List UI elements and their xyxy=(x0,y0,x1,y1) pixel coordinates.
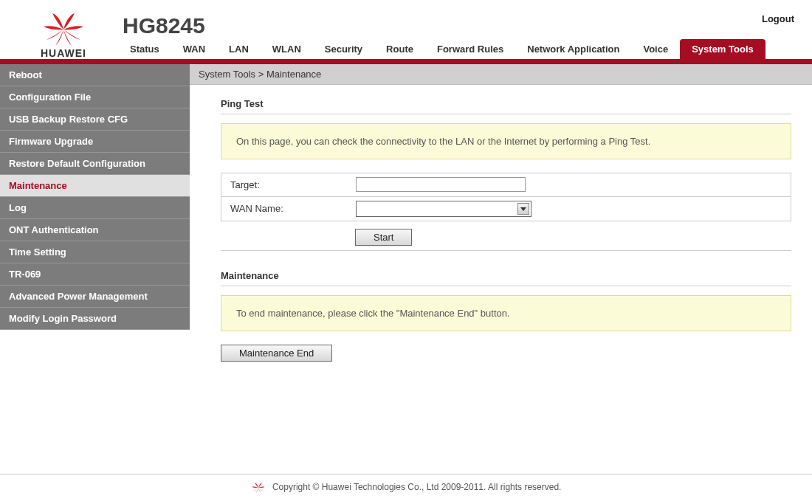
chevron-down-icon xyxy=(517,203,529,215)
nav-security[interactable]: Security xyxy=(313,39,374,59)
maintenance-info-box: To end maintenance, please click the "Ma… xyxy=(221,295,791,331)
target-row: Target: xyxy=(221,173,791,197)
sidebar-item-reboot[interactable]: Reboot xyxy=(0,64,190,86)
sidebar-item-ont-authentication[interactable]: ONT Authentication xyxy=(0,219,190,241)
maintenance-heading: Maintenance xyxy=(221,267,791,286)
nav-network-application[interactable]: Network Application xyxy=(515,39,631,59)
wan-control xyxy=(347,197,791,221)
sidebar-item-tr069[interactable]: TR-069 xyxy=(0,263,190,286)
huawei-footer-logo-icon xyxy=(251,482,266,494)
nav-route[interactable]: Route xyxy=(374,39,425,59)
sidebar-item-configuration-file[interactable]: Configuration File xyxy=(0,86,190,108)
header: HUAWEI HG8245 Logout Status WAN LAN WLAN… xyxy=(0,0,812,59)
sidebar-item-advanced-power[interactable]: Advanced Power Management xyxy=(0,286,190,308)
model-title: HG8245 xyxy=(123,13,205,38)
nav-forward-rules[interactable]: Forward Rules xyxy=(425,39,515,59)
wan-row: WAN Name: xyxy=(221,197,791,221)
sidebar-item-log[interactable]: Log xyxy=(0,197,190,219)
target-control xyxy=(347,173,791,196)
sidebar-item-modify-password[interactable]: Modify Login Password xyxy=(0,308,190,330)
top-nav: Status WAN LAN WLAN Security Route Forwa… xyxy=(118,38,800,59)
wan-select[interactable] xyxy=(356,201,531,217)
footer: Copyright © Huawei Technologies Co., Ltd… xyxy=(0,474,812,501)
nav-status[interactable]: Status xyxy=(118,39,171,59)
target-label: Target: xyxy=(221,173,347,196)
footer-text: Copyright © Huawei Technologies Co., Ltd… xyxy=(272,482,562,492)
breadcrumb: System Tools > Maintenance xyxy=(190,64,812,85)
sidebar-item-time-setting[interactable]: Time Setting xyxy=(0,241,190,263)
maintenance-button-row: Maintenance End xyxy=(221,345,791,362)
huawei-logo-icon xyxy=(41,13,86,46)
main: Reboot Configuration File USB Backup Res… xyxy=(0,64,812,474)
sidebar-item-maintenance[interactable]: Maintenance xyxy=(0,175,190,197)
nav-wan[interactable]: WAN xyxy=(171,39,217,59)
target-input[interactable] xyxy=(356,177,526,192)
sidebar-item-firmware-upgrade[interactable]: Firmware Upgrade xyxy=(0,131,190,153)
start-button-row: Start xyxy=(221,221,791,251)
ping-info-box: On this page, you can check the connecti… xyxy=(221,123,791,159)
start-button[interactable]: Start xyxy=(355,229,412,246)
ping-form: Target: WAN Name: xyxy=(221,173,791,221)
maintenance-end-button[interactable]: Maintenance End xyxy=(221,345,332,362)
content-inner: Ping Test On this page, you can check th… xyxy=(190,85,812,372)
sidebar-item-usb-backup-restore[interactable]: USB Backup Restore CFG xyxy=(0,108,190,131)
accent-bar xyxy=(0,59,812,64)
nav-wlan[interactable]: WLAN xyxy=(261,39,313,59)
brand-logo-block: HUAWEI xyxy=(12,13,115,59)
wan-label: WAN Name: xyxy=(221,197,347,221)
sidebar: Reboot Configuration File USB Backup Res… xyxy=(0,64,190,474)
sidebar-item-restore-default[interactable]: Restore Default Configuration xyxy=(0,153,190,175)
nav-system-tools[interactable]: System Tools xyxy=(680,39,765,59)
content: System Tools > Maintenance Ping Test On … xyxy=(190,64,812,474)
ping-test-heading: Ping Test xyxy=(221,95,791,114)
logout-link[interactable]: Logout xyxy=(762,13,794,24)
nav-lan[interactable]: LAN xyxy=(217,39,261,59)
brand-name: HUAWEI xyxy=(12,47,115,59)
nav-voice[interactable]: Voice xyxy=(631,39,680,59)
